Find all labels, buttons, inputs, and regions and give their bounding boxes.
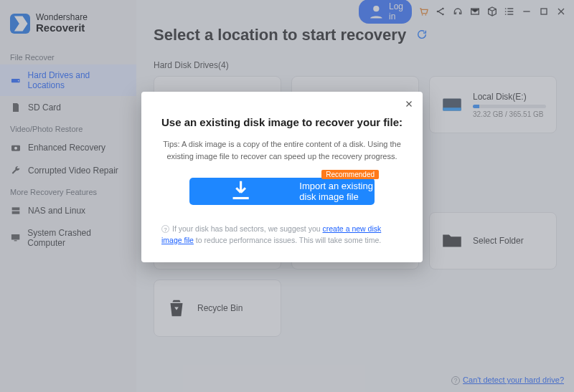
import-button-label: Import an existing disk image file [299, 181, 375, 202]
question-icon: ? [161, 225, 169, 233]
import-disk-image-modal: Use an existing disk image to recover yo… [141, 92, 423, 262]
recommended-badge: Recommended [321, 170, 379, 179]
modal-close-button[interactable] [404, 99, 414, 111]
import-disk-image-button[interactable]: Recommended Import an existing disk imag… [189, 178, 375, 205]
modal-title: Use an existing disk image to recover yo… [161, 116, 403, 128]
download-icon [189, 178, 292, 205]
modal-footer: ?If your disk has bad sectors, we sugges… [161, 224, 403, 247]
modal-tip: Tips: A disk image is a copy of the enti… [161, 138, 403, 162]
